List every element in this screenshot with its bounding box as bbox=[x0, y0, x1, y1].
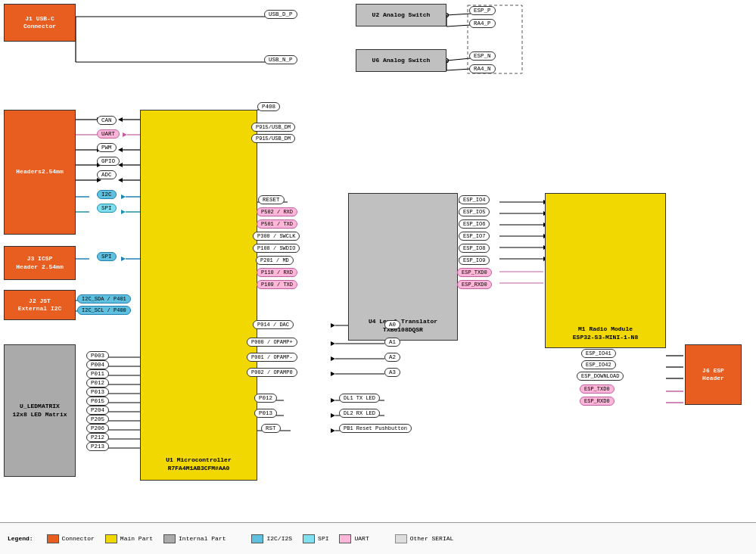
legend: Legend: Connector Main Part Internal Par… bbox=[0, 522, 756, 554]
pill-esp-download: ESP_DOWNLOAD bbox=[577, 372, 624, 381]
svg-marker-94 bbox=[331, 428, 335, 433]
svg-marker-88 bbox=[331, 398, 335, 403]
legend-spi: SPI bbox=[303, 534, 328, 543]
block-u1: U1 Microcontroller R7FA4M1AB3CFM#AA0 bbox=[140, 110, 257, 481]
svg-line-7 bbox=[446, 58, 471, 61]
pill-p501: P501 / TXD bbox=[257, 219, 297, 229]
pill-p212: P212 bbox=[86, 433, 109, 442]
pill-i2c-sda: I2C_SDA / P401 bbox=[77, 294, 131, 303]
pill-p014: P014 / DAC bbox=[253, 320, 294, 329]
block-m1: M1 Radio Module ESP32-S3-MINI-1-N8 bbox=[545, 193, 666, 348]
pill-a3: A3 bbox=[384, 368, 400, 377]
pill-rst: RST bbox=[261, 424, 281, 433]
pill-esp-io42: ESP_IO42 bbox=[581, 360, 616, 369]
pill-p110: P110 / RXD bbox=[257, 268, 297, 277]
svg-marker-91 bbox=[331, 413, 335, 418]
pill-esp-io7: ESP_IO7 bbox=[459, 232, 490, 241]
diagram: J1 USB-C Connector Headers2.54mm J3 ICSP… bbox=[0, 0, 756, 522]
svg-marker-41 bbox=[121, 257, 126, 261]
pill-spi-j3: SPI bbox=[97, 252, 117, 261]
pill-p012-led: P012 bbox=[254, 394, 277, 403]
svg-line-10 bbox=[446, 69, 471, 70]
block-j2: J2 JST External I2C bbox=[4, 290, 76, 320]
svg-marker-76 bbox=[331, 323, 335, 328]
pill-gpio: GPIO bbox=[97, 157, 120, 166]
pill-esp-io4: ESP_IO4 bbox=[459, 195, 490, 204]
pill-esp-rxd0-j6: ESP_RXD0 bbox=[580, 397, 614, 406]
block-ledmatrix: U_LEDMATRIX 12x8 LED Matrix bbox=[4, 344, 76, 477]
pill-ra4-p: RA4_P bbox=[469, 19, 496, 28]
pill-esp-txd0-j6: ESP_TXD0 bbox=[580, 384, 614, 394]
svg-rect-11 bbox=[468, 5, 522, 73]
pill-p502: P502 / RXD bbox=[257, 207, 297, 216]
block-u6: U6 Analog Switch bbox=[356, 49, 446, 72]
pill-p013-led: P013 bbox=[254, 409, 277, 418]
pill-p204: P204 bbox=[86, 406, 109, 415]
pill-p205: P205 bbox=[86, 415, 109, 424]
pill-esp-rxd0-u4: ESP_RXD0 bbox=[457, 280, 492, 289]
pill-a0: A0 bbox=[384, 320, 400, 329]
pill-p002: P002 / OPAMP0 bbox=[247, 368, 297, 377]
block-headers: Headers2.54mm bbox=[4, 110, 76, 235]
pill-adc: ADC bbox=[97, 170, 117, 179]
block-u4: U4 Level Translator TXB0108DQSR bbox=[348, 193, 458, 341]
block-u2: U2 Analog Switch bbox=[356, 4, 446, 26]
legend-uart: UART bbox=[339, 534, 369, 543]
pill-esp-io6: ESP_IO6 bbox=[459, 219, 490, 229]
pill-p004: P004 bbox=[86, 360, 109, 369]
block-j6: J6 ESP Header bbox=[685, 344, 742, 405]
pill-p108: P108 / SWDIO bbox=[253, 244, 300, 253]
pill-p109: P109 / TXD bbox=[257, 280, 297, 289]
pill-p300: P300 / SWCLK bbox=[253, 232, 300, 241]
pill-esp-n: ESP_N bbox=[469, 51, 496, 61]
pill-p915-1: P915/USB_DM bbox=[251, 123, 295, 132]
legend-connector: Connector bbox=[47, 534, 95, 543]
svg-line-3 bbox=[446, 14, 471, 15]
pill-esp-io41: ESP_IO41 bbox=[581, 349, 616, 358]
pill-p012-m: P012 bbox=[86, 378, 109, 387]
pill-p003: P003 bbox=[86, 351, 109, 360]
svg-marker-35 bbox=[121, 195, 126, 199]
svg-marker-18 bbox=[118, 117, 123, 122]
pill-a1: A1 bbox=[384, 338, 400, 347]
pill-esp-io5: ESP_IO5 bbox=[459, 207, 490, 216]
block-j3: J3 ICSP Header 2.54mm bbox=[4, 246, 76, 280]
pill-esp-io8: ESP_IO8 bbox=[459, 244, 490, 253]
svg-marker-79 bbox=[331, 341, 335, 346]
svg-marker-38 bbox=[121, 210, 126, 214]
pill-esp-io9: ESP_IO9 bbox=[459, 256, 490, 265]
pill-i2c-scl: I2C_SCL / P400 bbox=[77, 306, 131, 315]
pill-spi-headers: SPI bbox=[97, 204, 117, 213]
pill-ra4-n: RA4_N bbox=[469, 64, 496, 73]
pill-p408: P408 bbox=[257, 102, 280, 111]
pill-dl2: DL2 RX LED bbox=[339, 409, 380, 418]
pill-esp-txd0-u4: ESP_TXD0 bbox=[457, 268, 492, 277]
pill-p915-2: P915/USB_DM bbox=[251, 134, 295, 143]
pill-i2c: I2C bbox=[97, 190, 117, 199]
pill-can: CAN bbox=[97, 116, 117, 125]
pill-p011: P011 bbox=[86, 369, 109, 378]
pill-p015: P015 bbox=[86, 397, 109, 406]
pill-pb1: PB1 Reset Pushbutton bbox=[339, 424, 412, 433]
legend-serial: Other SERIAL bbox=[395, 534, 454, 543]
pill-usb-dp: USB_D_P bbox=[264, 10, 297, 19]
pill-pwm: PWM bbox=[97, 143, 117, 152]
pill-p201: P201 / MD bbox=[256, 256, 294, 265]
pill-p000: P000 / OPAMP+ bbox=[247, 338, 297, 347]
pill-p213: P213 bbox=[86, 442, 109, 451]
pill-p013-m: P013 bbox=[86, 387, 109, 397]
pill-p001: P001 / OPAMP- bbox=[247, 353, 297, 362]
svg-line-6 bbox=[446, 25, 471, 26]
svg-marker-20 bbox=[123, 132, 127, 137]
pill-p206: P206 bbox=[86, 424, 109, 433]
legend-label: Legend: bbox=[8, 535, 33, 542]
pill-dl1: DL1 TX LED bbox=[339, 394, 380, 403]
svg-marker-85 bbox=[331, 372, 335, 376]
pill-esp-p: ESP_P bbox=[469, 6, 496, 15]
block-j1: J1 USB-C Connector bbox=[4, 4, 76, 42]
legend-main: Main Part bbox=[105, 534, 153, 543]
svg-marker-25 bbox=[118, 148, 123, 152]
pill-a2: A2 bbox=[384, 353, 400, 362]
svg-marker-33 bbox=[118, 178, 123, 182]
pill-usb-np: USB_N_P bbox=[264, 55, 297, 64]
